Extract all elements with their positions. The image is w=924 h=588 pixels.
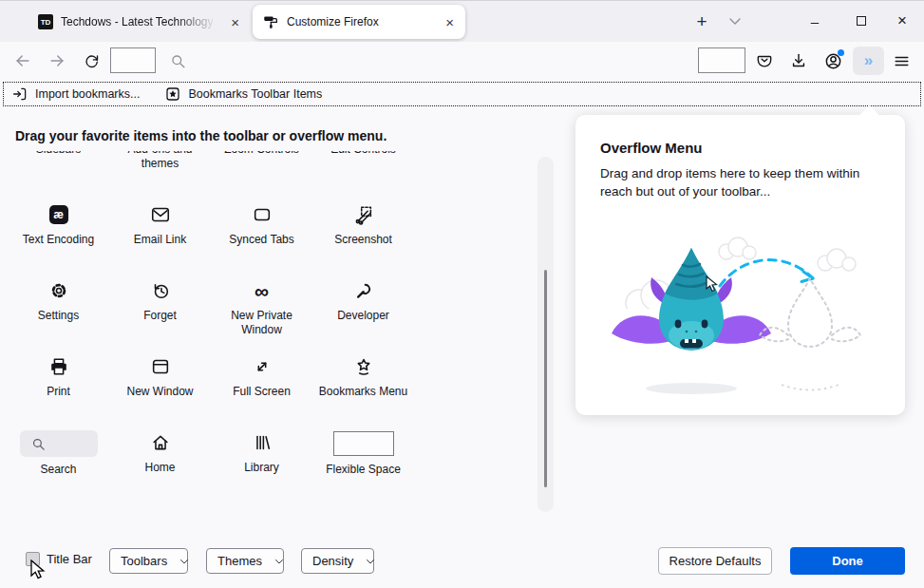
downloads-button[interactable] <box>784 47 813 74</box>
done-button[interactable]: Done <box>790 547 905 575</box>
palette-item-zoom-controls[interactable]: Zoom Controls <box>211 144 312 194</box>
minimize-button[interactable]: – <box>799 7 831 35</box>
import-icon <box>11 85 28 103</box>
overflow-menu-description: Drag and drop items here to keep them wi… <box>600 164 877 200</box>
overflow-menu-panel[interactable]: Overflow Menu Drag and drop items here t… <box>575 115 905 415</box>
palette-item-home[interactable]: Home <box>109 422 211 502</box>
chevron-down-icon <box>179 556 190 567</box>
bookmarks-toolbar-items[interactable]: Bookmarks Toolbar Items <box>164 85 322 103</box>
palette-item-settings[interactable]: Settings <box>8 270 109 346</box>
search-button[interactable] <box>163 47 192 74</box>
palette-item-developer[interactable]: Developer <box>312 270 414 346</box>
clipped-label: Zoom Controls <box>224 151 299 157</box>
palette-item-full-screen[interactable]: Full Screen <box>211 346 312 422</box>
download-icon <box>789 51 808 70</box>
overflow-empty-illustration <box>587 229 900 400</box>
flexible-space-box <box>333 428 394 459</box>
palette-item-label: Email Link <box>134 233 186 247</box>
overflow-menu-title: Overflow Menu <box>600 140 703 156</box>
td-favicon-icon: TD <box>38 14 53 29</box>
palette-item-label: Synced Tabs <box>229 233 294 247</box>
density-dropdown[interactable]: Density <box>301 548 374 574</box>
palette-item-label: Flexible Space <box>326 463 401 477</box>
import-bookmarks-button[interactable]: Import bookmarks... <box>11 85 140 103</box>
account-button[interactable] <box>819 47 847 74</box>
developer-wrench-icon <box>353 276 374 305</box>
forward-arrow-icon <box>47 51 66 70</box>
palette-item-forget[interactable]: Forget <box>109 270 211 346</box>
urlbar-drop-placeholder[interactable] <box>110 47 156 73</box>
tab-customize-firefox[interactable]: Customize Firefox × <box>253 5 465 39</box>
bookmarks-toolbar[interactable]: Import bookmarks... Bookmarks Toolbar It… <box>3 82 921 106</box>
settings-gear-icon <box>48 276 69 305</box>
palette-item-addons-themes[interactable]: Add-ons and themes <box>109 144 211 194</box>
new-tab-button[interactable]: + <box>689 9 714 34</box>
paint-roller-icon <box>262 13 279 30</box>
palette-item-email-link[interactable]: Email Link <box>109 194 211 270</box>
palette-scrollbar-track[interactable] <box>537 157 554 512</box>
email-link-icon <box>150 200 171 229</box>
dropdown-label: Themes <box>217 554 262 568</box>
mouse-cursor <box>29 560 48 582</box>
palette-item-new-window[interactable]: New Window <box>109 346 211 422</box>
palette-item-bookmarks-menu[interactable]: Bookmarks Menu <box>312 346 414 422</box>
dropdown-label: Density <box>312 554 353 568</box>
forget-history-icon <box>150 276 171 305</box>
palette-item-label: Print <box>47 385 70 399</box>
palette-item-label: Text Encoding <box>23 233 94 247</box>
tab-title: Customize Firefox <box>287 15 436 28</box>
palette-item-library[interactable]: Library <box>211 422 312 502</box>
back-button[interactable] <box>9 47 37 74</box>
themes-dropdown[interactable]: Themes <box>206 548 284 574</box>
tab-techdows[interactable]: TD Techdows - Latest Technology N × <box>32 7 247 37</box>
pocket-button[interactable] <box>750 47 779 74</box>
bookmarks-star-icon <box>353 352 374 381</box>
customize-heading: Drag your favorite items into the toolba… <box>15 128 387 143</box>
customize-footer: Title Bar Toolbars Themes Density Restor… <box>0 541 924 588</box>
pocket-icon <box>755 51 774 70</box>
palette-item-new-private-window[interactable]: ∞ New Private Window <box>211 270 312 346</box>
close-window-button[interactable]: × <box>886 7 918 35</box>
overflow-chevron-icon: » <box>864 51 873 70</box>
navigation-toolbar: » <box>0 42 924 81</box>
reload-button[interactable] <box>77 47 105 74</box>
synced-tabs-icon <box>252 200 273 229</box>
restore-defaults-button[interactable]: Restore Defaults <box>658 547 772 575</box>
palette-item-text-encoding[interactable]: æ Text Encoding <box>8 194 109 270</box>
flexible-space-placeholder[interactable] <box>698 47 745 73</box>
menu-icon <box>893 52 911 70</box>
app-menu-button[interactable] <box>887 47 915 74</box>
palette-scrollbar-thumb[interactable] <box>544 270 547 487</box>
list-all-tabs-chevron-icon[interactable] <box>726 11 745 30</box>
full-screen-icon <box>252 352 273 381</box>
palette-item-label: New Private Window <box>214 309 311 337</box>
palette-item-label: themes <box>141 157 179 171</box>
maximize-icon <box>857 16 866 26</box>
palette-item-screenshot[interactable]: Screenshot <box>312 194 414 270</box>
toolbars-dropdown[interactable]: Toolbars <box>109 548 188 574</box>
library-icon <box>252 428 273 457</box>
palette-item-label: Library <box>244 461 279 475</box>
palette-item-label: Bookmarks Menu <box>319 385 407 399</box>
palette-item-search[interactable]: Search <box>8 422 109 502</box>
forward-button[interactable] <box>43 47 71 74</box>
close-tab-icon[interactable]: × <box>229 15 241 29</box>
screenshot-icon <box>353 200 374 229</box>
palette-item-sidebars[interactable]: Sidebars <box>8 144 109 194</box>
new-window-icon <box>150 352 171 381</box>
printer-icon <box>48 352 69 381</box>
palette-item-edit-controls[interactable]: Edit Controls <box>312 144 414 194</box>
palette-item-label: Developer <box>337 309 389 323</box>
palette-item-flexible-space[interactable]: Flexible Space <box>312 422 414 502</box>
palette-item-label: Home <box>144 461 175 475</box>
palette-item-synced-tabs[interactable]: Synced Tabs <box>211 194 312 270</box>
chevron-down-icon <box>273 556 285 567</box>
maximize-button[interactable] <box>845 7 877 35</box>
clipped-label: Edit Controls <box>330 151 396 157</box>
home-icon <box>150 428 171 457</box>
palette-item-print[interactable]: Print <box>8 346 109 422</box>
close-tab-icon[interactable]: × <box>443 15 456 29</box>
title-bar-label: Title Bar <box>47 552 92 566</box>
back-arrow-icon <box>13 51 32 70</box>
overflow-menu-button[interactable]: » <box>853 47 884 75</box>
